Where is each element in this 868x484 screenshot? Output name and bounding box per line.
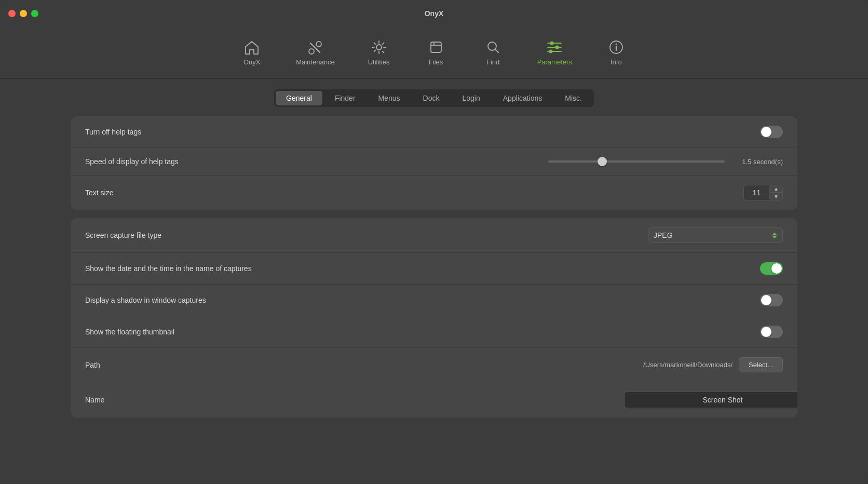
toolbar: OnyX Maintenance Utilities	[0, 27, 868, 79]
window-controls	[8, 10, 38, 17]
toggle-knob-shadow	[761, 295, 771, 305]
label-speed-display: Speed of display of help tags	[85, 157, 179, 166]
section-help-tags: Turn off help tags Speed of display of h…	[71, 116, 797, 210]
svg-point-2	[376, 45, 382, 50]
row-show-date-time: Show the date and the time in the name o…	[71, 253, 797, 285]
toolbar-item-files[interactable]: Files	[408, 34, 465, 71]
maximize-button[interactable]	[31, 10, 38, 17]
path-control: /Users/markoneill/Downloads/ Select...	[643, 357, 783, 372]
label-floating-thumbnail: Show the floating thumbnail	[85, 328, 174, 336]
stepper-text-size: 11 ▲ ▼	[743, 185, 783, 200]
label-show-date-time: Show the date and the time in the name o…	[85, 264, 252, 273]
toggle-display-shadow[interactable]	[760, 294, 783, 306]
svg-point-8	[555, 46, 559, 49]
main-panel: Turn off help tags Speed of display of h…	[71, 116, 797, 474]
select-arrows-file-type	[772, 233, 777, 238]
row-speed-display: Speed of display of help tags 1,5 second…	[71, 148, 797, 176]
tab-bar: General Finder Menus Dock Login Applicat…	[274, 89, 594, 107]
toggle-show-date-time[interactable]	[760, 262, 783, 275]
main-window: OnyX OnyX Maintenance	[0, 0, 868, 484]
select-arrow-down	[772, 236, 777, 238]
find-icon	[485, 39, 501, 55]
slider-value-speed: 1,5 second(s)	[731, 158, 783, 166]
stepper-decrement[interactable]: ▼	[770, 193, 782, 200]
stepper-increment[interactable]: ▲	[770, 185, 782, 193]
row-name: Name Apply	[71, 382, 797, 418]
name-control: Apply	[624, 392, 783, 408]
home-icon	[244, 39, 260, 55]
toolbar-label-info: Info	[611, 58, 622, 66]
select-arrow-up	[772, 233, 777, 235]
toolbar-label-parameters: Parameters	[537, 58, 572, 66]
label-turn-off-help-tags: Turn off help tags	[85, 128, 141, 136]
label-display-shadow: Display a shadow in window captures	[85, 296, 206, 304]
tab-general[interactable]: General	[276, 91, 322, 105]
tab-misc[interactable]: Misc.	[554, 91, 592, 105]
files-icon	[428, 39, 444, 55]
info-icon	[608, 39, 624, 55]
svg-point-10	[549, 50, 553, 53]
toolbar-label-find: Find	[486, 58, 499, 66]
toolbar-item-maintenance[interactable]: Maintenance	[280, 34, 350, 71]
row-text-size: Text size 11 ▲ ▼	[71, 176, 797, 210]
row-path: Path /Users/markoneill/Downloads/ Select…	[71, 348, 797, 382]
toolbar-item-onyx[interactable]: OnyX	[223, 34, 280, 71]
tab-finder[interactable]: Finder	[324, 91, 366, 105]
toolbar-item-parameters[interactable]: Parameters	[522, 34, 588, 71]
label-text-size: Text size	[85, 189, 113, 197]
toggle-knob-thumbnail	[761, 327, 771, 337]
toolbar-item-info[interactable]: Info	[588, 34, 645, 71]
select-file-type-value: JPEG	[654, 231, 673, 239]
path-value: /Users/markoneill/Downloads/	[643, 361, 733, 369]
section-screen-capture: Screen capture file type JPEG Show the d…	[71, 218, 797, 418]
toolbar-label-onyx: OnyX	[243, 58, 261, 66]
row-turn-off-help-tags: Turn off help tags	[71, 116, 797, 148]
titlebar: OnyX	[0, 0, 868, 27]
svg-point-1	[309, 49, 314, 54]
maintenance-icon	[307, 39, 323, 55]
toggle-turn-off-help-tags[interactable]	[760, 126, 783, 138]
toolbar-label-utilities: Utilities	[368, 58, 390, 66]
utilities-icon	[371, 39, 387, 55]
label-path: Path	[85, 361, 100, 369]
svg-point-0	[316, 42, 321, 47]
tab-menus[interactable]: Menus	[368, 91, 411, 105]
toolbar-item-utilities[interactable]: Utilities	[350, 34, 408, 71]
tab-applications[interactable]: Applications	[493, 91, 553, 105]
parameters-icon	[547, 39, 562, 55]
label-file-type: Screen capture file type	[85, 231, 161, 239]
tab-login[interactable]: Login	[452, 91, 491, 105]
select-file-type[interactable]: JPEG	[648, 227, 783, 243]
minimize-button[interactable]	[20, 10, 27, 17]
svg-point-12	[615, 44, 617, 45]
close-button[interactable]	[8, 10, 16, 17]
content-area: General Finder Menus Dock Login Applicat…	[0, 79, 868, 484]
slider-thumb-speed[interactable]	[598, 157, 607, 166]
svg-rect-3	[431, 42, 441, 52]
label-name: Name	[85, 396, 104, 404]
toolbar-item-find[interactable]: Find	[465, 34, 522, 71]
tab-dock[interactable]: Dock	[413, 91, 450, 105]
stepper-buttons-text-size: ▲ ▼	[770, 185, 782, 200]
slider-speed[interactable]	[548, 160, 725, 163]
toggle-knob-date-time	[771, 263, 782, 274]
row-floating-thumbnail: Show the floating thumbnail	[71, 316, 797, 348]
path-select-button[interactable]: Select...	[739, 357, 783, 372]
name-input[interactable]	[624, 392, 797, 408]
window-title: OnyX	[425, 9, 444, 18]
svg-point-6	[550, 42, 554, 45]
toolbar-label-files: Files	[429, 58, 443, 66]
row-file-type: Screen capture file type JPEG	[71, 218, 797, 253]
slider-container-speed: 1,5 second(s)	[548, 158, 783, 166]
toggle-knob-help-tags	[761, 127, 771, 137]
toolbar-label-maintenance: Maintenance	[296, 58, 334, 66]
stepper-value-text-size: 11	[744, 186, 770, 199]
toggle-floating-thumbnail[interactable]	[760, 326, 783, 338]
row-display-shadow: Display a shadow in window captures	[71, 285, 797, 316]
